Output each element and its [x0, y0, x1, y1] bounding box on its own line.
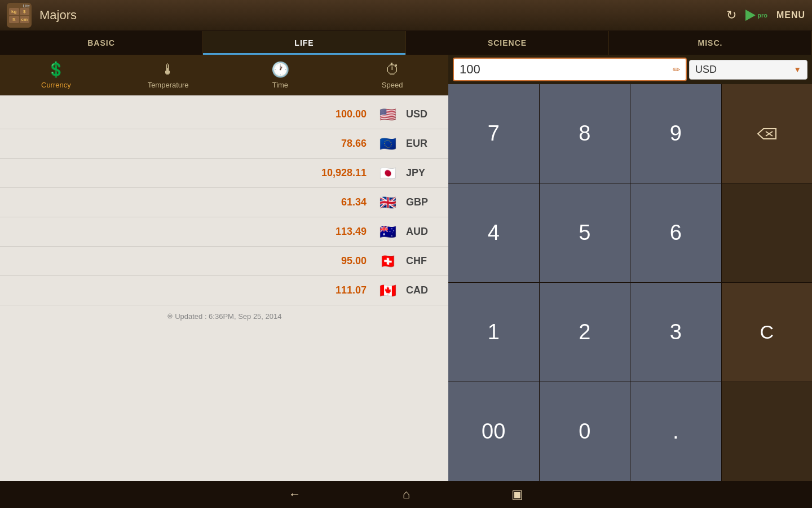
dropdown-arrow-icon: ▼	[793, 65, 801, 74]
header-title: Majors	[39, 8, 726, 23]
table-row[interactable]: 61.34 🇬🇧 GBP	[0, 188, 448, 217]
table-row[interactable]: 78.66 🇪🇺 EUR	[0, 129, 448, 159]
cad-value: 111.07	[0, 284, 376, 296]
update-timestamp: ※ Updated : 6:36PM, Sep 25, 2014	[0, 305, 448, 327]
table-row[interactable]: 111.07 🇨🇦 CAD	[0, 276, 448, 305]
subtab-temperature[interactable]: 🌡 Temperature	[112, 55, 224, 95]
logo-grid: kg $ ft cm	[9, 8, 29, 23]
subtab-currency[interactable]: 💲 Currency	[0, 55, 112, 95]
input-row: 100 ✏ USD ▼	[448, 55, 812, 84]
chf-code: CHF	[406, 255, 437, 267]
key-clear[interactable]: C	[722, 283, 813, 382]
selected-currency: USD	[695, 64, 717, 76]
back-button[interactable]: ←	[289, 487, 301, 502]
home-button[interactable]: ⌂	[403, 487, 410, 502]
lite-label: Lite	[23, 4, 30, 8]
gbp-flag: 🇬🇧	[376, 194, 400, 211]
play-pro-badge[interactable]: pro	[745, 10, 767, 21]
eur-code: EUR	[406, 138, 437, 150]
currency-icon: 💲	[47, 61, 65, 78]
main-area: 💲 Currency 🌡 Temperature 🕐 Time ⏱ Speed …	[0, 55, 812, 481]
time-label: Time	[272, 81, 288, 89]
sub-tabs: 💲 Currency 🌡 Temperature 🕐 Time ⏱ Speed	[0, 55, 448, 95]
eur-flag: 🇪🇺	[376, 135, 400, 152]
currency-label: Currency	[41, 81, 71, 89]
eur-value: 78.66	[0, 138, 376, 150]
chf-flag: 🇨🇭	[376, 253, 400, 270]
key-empty-2	[722, 382, 813, 481]
usd-value: 100.00	[0, 108, 376, 120]
recents-button[interactable]: ▣	[511, 487, 523, 502]
key-empty-1	[722, 183, 813, 282]
speed-label: Speed	[382, 81, 403, 89]
jpy-value: 10,928.11	[0, 167, 376, 179]
bottom-navigation-bar: ← ⌂ ▣	[0, 481, 812, 508]
app-header: Lite kg $ ft cm Majors ↻ pro MENU	[0, 0, 812, 31]
key-3[interactable]: 3	[630, 283, 721, 382]
key-00[interactable]: 00	[448, 382, 539, 481]
subtab-time[interactable]: 🕐 Time	[224, 55, 337, 95]
key-9[interactable]: 9	[630, 84, 721, 183]
key-0[interactable]: 0	[540, 382, 630, 481]
right-panel: 100 ✏ USD ▼ 7 8 9 4 5 6	[448, 55, 812, 481]
gbp-value: 61.34	[0, 196, 376, 208]
aud-value: 113.49	[0, 226, 376, 238]
key-5[interactable]: 5	[540, 183, 630, 282]
chf-value: 95.00	[0, 255, 376, 267]
currency-dropdown[interactable]: USD ▼	[689, 60, 807, 80]
time-icon: 🕐	[271, 61, 289, 78]
left-panel: 💲 Currency 🌡 Temperature 🕐 Time ⏱ Speed …	[0, 55, 448, 481]
logo-cell-dollar: $	[20, 8, 30, 15]
numpad: 7 8 9 4 5 6 1 2 3 C 00 0 .	[448, 84, 812, 481]
cad-flag: 🇨🇦	[376, 282, 400, 299]
table-row[interactable]: 113.49 🇦🇺 AUD	[0, 217, 448, 247]
tab-science[interactable]: SCIENCE	[406, 31, 609, 55]
usd-code: USD	[406, 108, 437, 120]
number-input-field[interactable]: 100 ✏	[453, 58, 687, 81]
key-8[interactable]: 8	[540, 84, 630, 183]
tab-basic[interactable]: BASIC	[0, 31, 203, 55]
key-decimal[interactable]: .	[630, 382, 721, 481]
play-icon	[745, 10, 756, 21]
table-row[interactable]: 100.00 🇺🇸 USD	[0, 100, 448, 129]
jpy-flag: 🇯🇵	[376, 165, 400, 182]
key-4[interactable]: 4	[448, 183, 539, 282]
table-row[interactable]: 95.00 🇨🇭 CHF	[0, 247, 448, 276]
speed-icon: ⏱	[385, 61, 400, 78]
key-2[interactable]: 2	[540, 283, 630, 382]
header-right: ↻ pro MENU	[726, 8, 805, 23]
key-1[interactable]: 1	[448, 283, 539, 382]
pencil-icon: ✏	[673, 64, 680, 75]
tab-misc[interactable]: MISC.	[609, 31, 812, 55]
logo-cell-ft: ft	[9, 16, 19, 23]
table-row[interactable]: 10,928.11 🇯🇵 JPY	[0, 159, 448, 188]
nav-tabs: BASIC LIFE SCIENCE MISC.	[0, 31, 812, 55]
jpy-code: JPY	[406, 167, 437, 179]
menu-button[interactable]: MENU	[776, 10, 805, 20]
currency-list: 100.00 🇺🇸 USD 78.66 🇪🇺 EUR 10,928.11 🇯🇵 …	[0, 95, 448, 481]
usd-flag: 🇺🇸	[376, 106, 400, 123]
cad-code: CAD	[406, 284, 437, 296]
aud-code: AUD	[406, 226, 437, 238]
aud-flag: 🇦🇺	[376, 224, 400, 240]
key-6[interactable]: 6	[630, 183, 721, 282]
subtab-speed[interactable]: ⏱ Speed	[336, 55, 448, 95]
tab-life[interactable]: LIFE	[203, 31, 406, 55]
temperature-icon: 🌡	[161, 61, 175, 78]
temperature-label: Temperature	[148, 81, 189, 89]
app-logo: Lite kg $ ft cm	[7, 3, 32, 28]
svg-marker-0	[758, 129, 776, 139]
input-value: 100	[460, 62, 480, 77]
pro-label: pro	[757, 12, 767, 19]
logo-cell-cm: cm	[20, 16, 30, 23]
key-backspace[interactable]	[722, 84, 813, 183]
gbp-code: GBP	[406, 196, 437, 208]
key-7[interactable]: 7	[448, 84, 539, 183]
logo-cell-kg: kg	[9, 8, 19, 15]
refresh-icon[interactable]: ↻	[726, 8, 736, 23]
